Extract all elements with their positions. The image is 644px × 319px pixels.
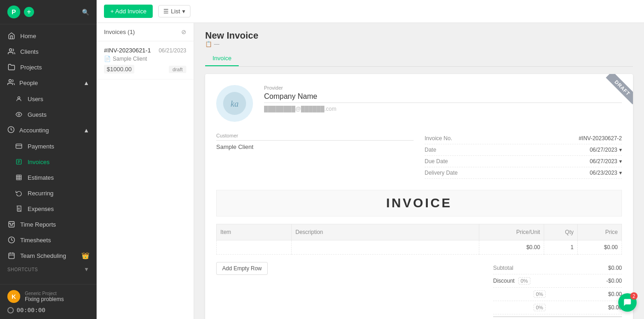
due-date-label: Due Date <box>425 158 448 165</box>
chat-bubble[interactable]: 2 <box>618 293 637 312</box>
sidebar: P + 🔍 Home Clients Projects <box>0 0 97 319</box>
sidebar-item-expenses[interactable]: Expenses <box>0 201 97 216</box>
filter-icon[interactable]: ⊘ <box>181 28 186 35</box>
tax1-pct[interactable]: 0% <box>534 291 546 298</box>
due-date-value[interactable]: 06/27/2023 ▾ <box>590 158 622 165</box>
cell-qty[interactable]: 1 <box>544 240 578 255</box>
invoice-form-panel: New Invoice 📋 — Invoice DRAFT <box>194 23 644 319</box>
add-row-button[interactable]: Add Empty Row <box>216 262 268 275</box>
svg-rect-20 <box>9 253 14 259</box>
sidebar-item-guests[interactable]: Guests <box>0 107 97 122</box>
sidebar-item-label: Timesheets <box>20 237 51 244</box>
sidebar-item-home[interactable]: Home <box>0 28 97 44</box>
svg-point-2 <box>18 97 20 99</box>
user-avatar[interactable]: K <box>7 290 20 303</box>
svg-rect-18 <box>9 222 14 227</box>
chat-badge: 2 <box>630 292 638 300</box>
provider-email: ████████@██████.com <box>264 106 622 112</box>
chevron-down-icon: ▾ <box>182 8 185 15</box>
totals-section: Subtotal $0.00 Discount 0% -$0.00 <box>493 262 622 319</box>
svg-rect-11 <box>17 175 22 180</box>
discount-value: -$0.00 <box>606 278 622 284</box>
chevron-up-icon: ▲ <box>83 80 89 86</box>
total-row: Total $0.00 <box>493 316 622 319</box>
chart-icon <box>7 220 16 228</box>
file-icon: 📋 <box>205 41 212 47</box>
credit-card-icon <box>15 142 23 150</box>
col-description: Description <box>292 224 479 240</box>
subtotal-row: Subtotal $0.00 <box>493 262 622 274</box>
sidebar-item-recurring[interactable]: Recurring <box>0 185 97 201</box>
view-toggle-label: List <box>171 8 180 15</box>
main-area: + Add Invoice ☰ List ▾ Invoices (1) ⊘ #I… <box>97 0 644 319</box>
sidebar-item-clients[interactable]: Clients <box>0 44 97 59</box>
invoice-number: #INV-20230621-1 <box>104 47 151 54</box>
dropdown-icon: ▾ <box>619 147 622 153</box>
home-icon <box>7 32 16 40</box>
subtitle-text: — <box>214 41 219 47</box>
add-invoice-label: + Add Invoice <box>110 8 146 15</box>
add-invoice-button[interactable]: + Add Invoice <box>104 5 153 18</box>
sidebar-item-estimates[interactable]: Estimates <box>0 170 97 185</box>
draft-ribbon: DRAFT <box>596 74 633 111</box>
customer-section: Customer Sample Client <box>216 133 414 179</box>
table-row: $0.00 1 $0.00 <box>217 240 622 255</box>
sidebar-item-projects[interactable]: Projects <box>0 59 97 75</box>
date-value[interactable]: 06/27/2023 ▾ <box>590 147 622 153</box>
cell-description[interactable] <box>292 240 479 255</box>
chevron-up-icon: ▲ <box>83 127 89 134</box>
invoice-banner: INVOICE <box>216 190 622 216</box>
meta-row-date: Date 06/27/2023 ▾ <box>425 144 622 156</box>
svg-point-0 <box>9 49 12 51</box>
view-toggle-button[interactable]: ☰ List ▾ <box>158 5 190 17</box>
provider-info: Provider Company Name ████████@██████.co… <box>264 85 622 112</box>
delivery-date-value[interactable]: 06/23/2023 ▾ <box>590 170 622 176</box>
add-quick-button[interactable]: + <box>24 7 34 17</box>
sidebar-item-label: Time Reports <box>20 221 56 228</box>
sidebar-item-label: Recurring <box>28 190 53 197</box>
invoice-table: Item Description Price/Unit Qty Price $0… <box>216 224 622 255</box>
date-label: Date <box>425 147 436 153</box>
clock-icon <box>7 236 16 244</box>
cell-item[interactable] <box>217 240 292 255</box>
panel-title: Invoices (1) <box>104 28 135 35</box>
sidebar-item-label: Estimates <box>28 174 54 181</box>
status-badge: draft <box>169 66 186 73</box>
svg-point-3 <box>18 114 20 115</box>
tax1-row: 0% $0.00 <box>493 288 622 301</box>
list-item[interactable]: #INV-20230621-1 06/21/2023 📄 Sample Clie… <box>97 41 194 80</box>
invoice-no-value: #INV-20230627-2 <box>579 135 622 142</box>
discount-label: Discount <box>493 278 515 284</box>
sidebar-group-people[interactable]: People ▲ <box>0 75 97 91</box>
sidebar-group-accounting[interactable]: Accounting ▲ <box>0 122 97 138</box>
people-group-icon <box>7 79 15 87</box>
shortcuts-section: shortcuts ▼ <box>0 263 97 273</box>
sidebar-item-time-reports[interactable]: Time Reports <box>0 216 97 232</box>
sidebar-bottom: K Generic Project Fixing problems 00:00:… <box>0 284 97 319</box>
tab-invoice[interactable]: Invoice <box>205 51 239 66</box>
sidebar-item-users[interactable]: Users <box>0 91 97 107</box>
cell-price[interactable]: $0.00 <box>577 240 621 255</box>
form-header: New Invoice 📋 — <box>205 30 633 47</box>
sidebar-logo: P + 🔍 <box>0 0 97 24</box>
tax2-pct[interactable]: 0% <box>534 304 546 311</box>
sidebar-item-team-scheduling[interactable]: Team Scheduling 👑 <box>0 248 97 263</box>
search-icon[interactable]: 🔍 <box>82 9 89 16</box>
chevron-down-icon[interactable]: ▼ <box>84 266 89 273</box>
provider-label: Provider <box>264 85 622 91</box>
sidebar-item-label: Home <box>20 33 36 40</box>
cell-price-unit[interactable]: $0.00 <box>479 240 544 255</box>
invoice-meta-section: Invoice No. #INV-20230627-2 Date 06/27/2… <box>425 133 622 179</box>
discount-pct[interactable]: 0% <box>518 277 530 285</box>
sidebar-item-label: Expenses <box>28 205 54 212</box>
sidebar-item-payments[interactable]: Payments <box>0 138 97 154</box>
customer-name: Sample Client <box>216 143 414 150</box>
col-price: Price <box>577 224 621 240</box>
subtotal-value: $0.00 <box>608 265 622 271</box>
sidebar-item-timesheets[interactable]: Timesheets <box>0 232 97 248</box>
discount-row: Discount 0% -$0.00 <box>493 274 622 288</box>
crown-badge: 👑 <box>81 252 89 259</box>
sidebar-item-invoices[interactable]: Invoices <box>0 154 97 170</box>
sidebar-item-label: Payments <box>28 143 54 150</box>
logo-icon: P <box>7 6 20 18</box>
